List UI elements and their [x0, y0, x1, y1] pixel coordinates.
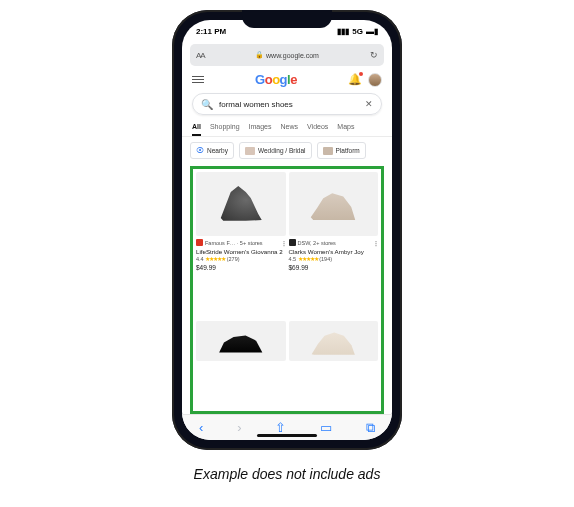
- screen: 2:11 PM ▮▮▮ 5G ▬▮ AA 🔒 www.google.com ↻ …: [182, 20, 392, 440]
- share-button[interactable]: ⇧: [275, 420, 286, 435]
- status-time: 2:11 PM: [196, 27, 226, 36]
- google-logo[interactable]: Google: [255, 72, 297, 87]
- url-text: www.google.com: [266, 52, 319, 59]
- reload-button[interactable]: ↻: [370, 50, 378, 60]
- text-size-button[interactable]: AA: [196, 51, 205, 60]
- store-text: DSW, 2+ stores: [298, 240, 372, 246]
- product-rating: 4.4 ★★★★★ (279): [196, 256, 286, 262]
- tab-maps[interactable]: Maps: [337, 119, 354, 136]
- tab-shopping[interactable]: Shopping: [210, 119, 240, 136]
- store-text: Famous F… · 5+ stores: [205, 240, 279, 246]
- product-results: Famous F… · 5+ stores ⋮ LifeStride Women…: [190, 166, 384, 414]
- product-price: $49.99: [196, 264, 286, 271]
- more-icon[interactable]: ⋮: [373, 239, 378, 246]
- battery-icon: ▬▮: [366, 27, 378, 36]
- product-title: LifeStride Women's Giovanna 2: [196, 248, 286, 255]
- product-card[interactable]: Famous F… · 5+ stores ⋮ LifeStride Women…: [196, 172, 286, 318]
- notifications-icon[interactable]: 🔔: [348, 73, 362, 86]
- forward-button[interactable]: ›: [237, 420, 241, 435]
- notch: [242, 10, 332, 28]
- device-frame: 2:11 PM ▮▮▮ 5G ▬▮ AA 🔒 www.google.com ↻ …: [172, 10, 402, 450]
- chip-nearby[interactable]: ⦿ Nearby: [190, 142, 234, 159]
- tab-all[interactable]: All: [192, 119, 201, 136]
- status-right: ▮▮▮ 5G ▬▮: [337, 27, 378, 36]
- bookmarks-button[interactable]: ▭: [320, 420, 332, 435]
- product-rating: 4.5 ★★★★★ (194): [289, 256, 379, 262]
- home-indicator[interactable]: [257, 434, 317, 437]
- product-card[interactable]: [196, 321, 286, 408]
- tabs-button[interactable]: ⧉: [366, 420, 375, 436]
- product-price: $69.99: [289, 264, 379, 271]
- more-icon[interactable]: ⋮: [281, 239, 286, 246]
- product-card[interactable]: DSW, 2+ stores ⋮ Clarks Women's Ambyr Jo…: [289, 172, 379, 318]
- address-bar[interactable]: AA 🔒 www.google.com ↻: [190, 44, 384, 66]
- network-label: 5G: [352, 27, 363, 36]
- chip-platform[interactable]: Platform: [317, 142, 366, 159]
- search-query: formal women shoes: [219, 100, 359, 109]
- thumb-icon: [323, 147, 333, 155]
- figure-caption: Example does not include ads: [194, 466, 381, 482]
- product-card[interactable]: [289, 321, 379, 408]
- filter-chips: ⦿ Nearby Wedding / Bridal Platform: [182, 137, 392, 164]
- search-input[interactable]: 🔍 formal women shoes ✕: [192, 93, 382, 115]
- search-icon: 🔍: [201, 99, 213, 110]
- lock-icon: 🔒: [255, 51, 264, 59]
- app-header: Google 🔔: [182, 68, 392, 89]
- back-button[interactable]: ‹: [199, 420, 203, 435]
- thumb-icon: [245, 147, 255, 155]
- signal-icon: ▮▮▮: [337, 27, 349, 36]
- avatar[interactable]: [368, 73, 382, 87]
- stars-icon: ★★★★★: [205, 256, 225, 262]
- tab-images[interactable]: Images: [249, 119, 272, 136]
- tab-news[interactable]: News: [281, 119, 299, 136]
- clear-icon[interactable]: ✕: [365, 99, 373, 109]
- hamburger-menu-icon[interactable]: [192, 76, 204, 83]
- tab-videos[interactable]: Videos: [307, 119, 328, 136]
- store-icon: [289, 239, 296, 246]
- product-title: Clarks Women's Ambyr Joy: [289, 248, 379, 255]
- product-image: [196, 172, 286, 236]
- store-icon: [196, 239, 203, 246]
- product-image: [196, 321, 286, 361]
- stars-icon: ★★★★★: [298, 256, 318, 262]
- chip-wedding[interactable]: Wedding / Bridal: [239, 142, 312, 159]
- search-tabs: All Shopping Images News Videos Maps: [182, 119, 392, 137]
- pin-icon: ⦿: [196, 146, 204, 155]
- product-image: [289, 321, 379, 361]
- product-image: [289, 172, 379, 236]
